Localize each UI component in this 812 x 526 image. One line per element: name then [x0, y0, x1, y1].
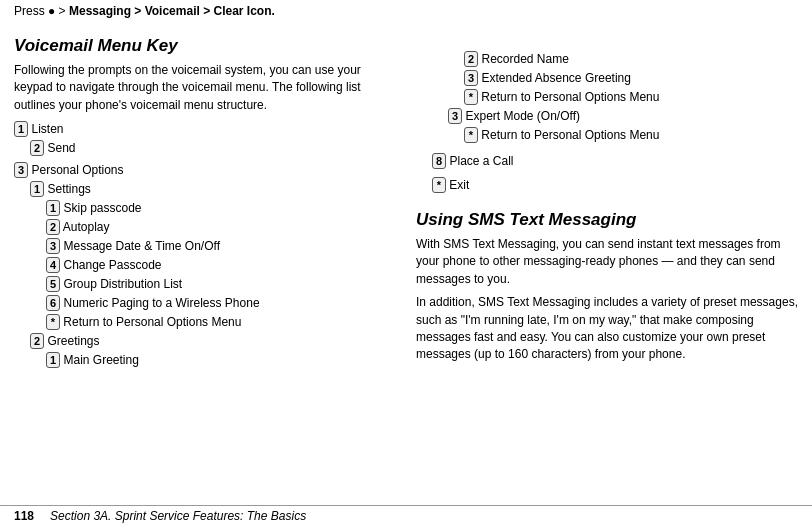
- menu-label: Recorded Name: [481, 52, 568, 66]
- spacer: [416, 145, 798, 151]
- list-item: 2 Autoplay: [14, 218, 396, 236]
- press-line: Press ● > Messaging > Voicemail > Clear …: [14, 4, 275, 18]
- key-badge: 4: [46, 257, 60, 273]
- menu-label: Extended Absence Greeting: [481, 71, 630, 85]
- top-bar: Press ● > Messaging > Voicemail > Clear …: [0, 0, 812, 22]
- key-badge: *: [46, 314, 60, 330]
- menu-label: Personal Options: [31, 163, 123, 177]
- menu-label: Skip passcode: [63, 201, 141, 215]
- footer-section-text: Section 3A. Sprint Service Features: The…: [50, 509, 306, 523]
- footer-bar: 118 Section 3A. Sprint Service Features:…: [0, 505, 812, 526]
- menu-label: Message Date & Time On/Off: [63, 239, 220, 253]
- left-column: Voicemail Menu Key Following the prompts…: [14, 32, 406, 505]
- menu-label: Place a Call: [449, 154, 513, 168]
- list-item: 2 Recorded Name: [416, 50, 798, 68]
- menu-label: Return to Personal Options Menu: [481, 128, 659, 142]
- key-badge: 1: [14, 121, 28, 137]
- list-item: 6 Numeric Paging to a Wireless Phone: [14, 294, 396, 312]
- list-item: * Return to Personal Options Menu: [14, 313, 396, 331]
- press-label: Press: [14, 4, 45, 18]
- key-badge: 2: [30, 140, 44, 156]
- list-item: * Exit: [416, 176, 798, 194]
- list-item: 3 Personal Options: [14, 161, 396, 179]
- menu-label: Autoplay: [63, 220, 110, 234]
- list-item: 3 Extended Absence Greeting: [416, 69, 798, 87]
- menu-label: Listen: [31, 122, 63, 136]
- key-badge: 3: [448, 108, 462, 124]
- list-item: 2 Greetings: [14, 332, 396, 350]
- key-badge: 2: [46, 219, 60, 235]
- menu-label: Settings: [47, 182, 90, 196]
- list-item: * Return to Personal Options Menu: [416, 88, 798, 106]
- menu-label: Group Distribution List: [63, 277, 182, 291]
- list-item: 2 Send: [14, 139, 396, 157]
- key-badge: 2: [30, 333, 44, 349]
- menu-label: Return to Personal Options Menu: [63, 315, 241, 329]
- key-badge: 2: [464, 51, 478, 67]
- list-item: * Return to Personal Options Menu: [416, 126, 798, 144]
- right-column: 2 Recorded Name 3 Extended Absence Greet…: [406, 32, 798, 505]
- list-item: 5 Group Distribution List: [14, 275, 396, 293]
- voicemail-menu-list: 1 Listen 2 Send 3 Personal Options 1 Set…: [14, 120, 396, 369]
- sms-title: Using SMS Text Messaging: [416, 210, 798, 230]
- menu-label: Send: [47, 141, 75, 155]
- press-path: Messaging > Voicemail > Clear Icon.: [69, 4, 275, 18]
- menu-label: Expert Mode (On/Off): [465, 109, 580, 123]
- list-item: 1 Main Greeting: [14, 351, 396, 369]
- key-badge: 1: [30, 181, 44, 197]
- menu-label: Exit: [449, 178, 469, 192]
- key-badge: 3: [464, 70, 478, 86]
- voicemail-intro: Following the prompts on the voicemail s…: [14, 62, 396, 114]
- voicemail-menu-cont: 2 Recorded Name 3 Extended Absence Greet…: [416, 50, 798, 194]
- menu-label: Return to Personal Options Menu: [481, 90, 659, 104]
- menu-label: Main Greeting: [63, 353, 138, 367]
- sms-para2: In addition, SMS Text Messaging includes…: [416, 294, 798, 364]
- menu-label: Numeric Paging to a Wireless Phone: [63, 296, 259, 310]
- menu-label: Greetings: [47, 334, 99, 348]
- list-item: 8 Place a Call: [416, 152, 798, 170]
- key-badge: 1: [46, 352, 60, 368]
- key-badge: *: [464, 127, 478, 143]
- list-item: 1 Settings: [14, 180, 396, 198]
- page-number: 118: [14, 509, 34, 523]
- key-badge: *: [464, 89, 478, 105]
- key-badge: *: [432, 177, 446, 193]
- page-content: Voicemail Menu Key Following the prompts…: [0, 22, 812, 505]
- list-item: 1 Skip passcode: [14, 199, 396, 217]
- list-item: 3 Message Date & Time On/Off: [14, 237, 396, 255]
- sms-para1: With SMS Text Messaging, you can send in…: [416, 236, 798, 288]
- menu-label: Change Passcode: [63, 258, 161, 272]
- spacer: [416, 171, 798, 175]
- press-icon: ● >: [48, 4, 69, 18]
- list-item: 1 Listen: [14, 120, 396, 138]
- key-badge: 1: [46, 200, 60, 216]
- key-badge: 3: [46, 238, 60, 254]
- list-item: 4 Change Passcode: [14, 256, 396, 274]
- list-item: 3 Expert Mode (On/Off): [416, 107, 798, 125]
- key-badge: 6: [46, 295, 60, 311]
- voicemail-title: Voicemail Menu Key: [14, 36, 396, 56]
- key-badge: 3: [14, 162, 28, 178]
- key-badge: 8: [432, 153, 446, 169]
- key-badge: 5: [46, 276, 60, 292]
